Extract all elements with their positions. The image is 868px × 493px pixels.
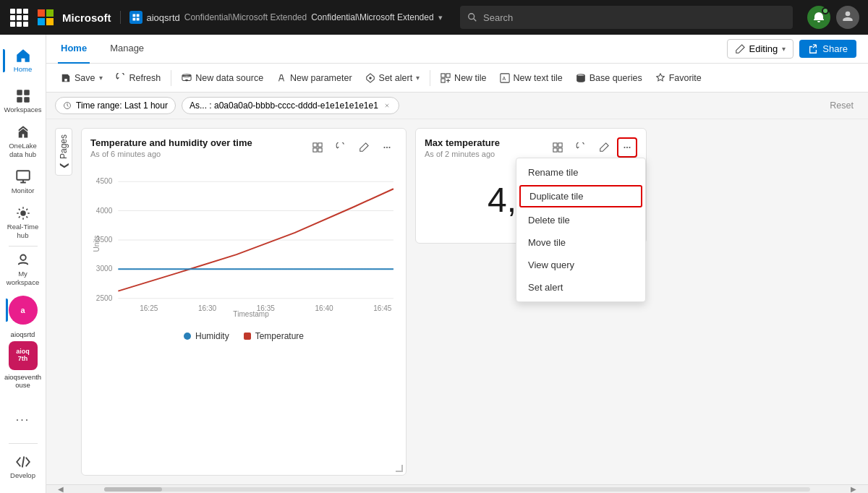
save-chevron-icon: ▾ xyxy=(99,74,103,82)
grid-menu-button[interactable] xyxy=(9,7,29,27)
svg-point-12 xyxy=(20,255,26,261)
refresh-icon xyxy=(116,73,126,83)
editing-label: Editing xyxy=(749,43,778,54)
share-button[interactable]: Share xyxy=(799,40,856,58)
menu-delete-tile[interactable]: Delete tile xyxy=(516,209,645,231)
svg-rect-7 xyxy=(24,90,30,95)
tile-number-refresh-btn[interactable] xyxy=(571,137,591,158)
context-menu: Rename tile Duplicate tile Delete tile M… xyxy=(516,158,646,302)
reset-button[interactable]: Reset xyxy=(820,98,859,113)
main-area: Home Manage Editing ▾ Share Save ▾ Refre… xyxy=(46,35,868,493)
new-data-source-button[interactable]: New data source xyxy=(176,70,269,86)
sidebar-item-user1[interactable]: a xyxy=(9,296,38,325)
sidebar-item-develop[interactable]: Develop xyxy=(3,447,43,487)
new-tile-button[interactable]: New tile xyxy=(435,70,492,86)
sidebar-label-onelake: OneLake data hub xyxy=(9,142,37,158)
time-range-filter[interactable]: Time range: Last 1 hour xyxy=(55,97,176,114)
sidebar-item-myworkspace[interactable]: My workspace xyxy=(3,249,43,290)
humidity-label: Humidity xyxy=(195,331,229,341)
menu-view-query[interactable]: View query xyxy=(516,254,645,276)
search-bar[interactable] xyxy=(460,6,793,29)
tile-number-edit-btn[interactable] xyxy=(594,137,614,158)
base-queries-button[interactable]: Base queries xyxy=(570,70,648,86)
tile-chart-edit-btn[interactable] xyxy=(354,137,374,158)
search-input[interactable] xyxy=(483,12,786,23)
chevron-down-icon: ▾ xyxy=(438,13,443,22)
active-indicator-user1 xyxy=(6,299,8,322)
sidebar-item-home[interactable]: Home xyxy=(3,40,43,81)
workspace-tag[interactable]: aioqsrtd Confidential\Microsoft Extended… xyxy=(120,11,443,24)
menu-rename-tile[interactable]: Rename tile xyxy=(516,161,645,184)
user-avatar[interactable] xyxy=(836,6,859,29)
svg-text:Timestamp: Timestamp xyxy=(233,310,269,318)
refresh-label: Refresh xyxy=(129,73,161,83)
tile-chart-actions xyxy=(307,137,397,158)
editing-button[interactable]: Editing ▾ xyxy=(727,39,794,59)
scrollbar-thumb[interactable] xyxy=(104,487,162,492)
menu-move-tile[interactable]: Move tile xyxy=(516,231,645,254)
tile-number-more-btn[interactable] xyxy=(617,137,637,158)
sidebar-item-more[interactable]: ··· xyxy=(3,400,43,440)
svg-point-11 xyxy=(20,210,26,216)
scroll-left-arrow[interactable]: ◀ xyxy=(46,485,75,493)
svg-text:3000: 3000 xyxy=(96,265,113,273)
tile-chart: Temperature and humidity over time As of… xyxy=(81,128,407,476)
svg-text:Units: Units xyxy=(93,236,101,252)
svg-rect-1 xyxy=(136,14,139,17)
notification-button[interactable] xyxy=(807,6,830,29)
tile-chart-more-btn[interactable] xyxy=(377,137,397,158)
tile-number-subtitle: As of 2 minutes ago xyxy=(425,150,500,158)
new-parameter-icon xyxy=(276,73,286,83)
tab-home[interactable]: Home xyxy=(58,35,90,64)
svg-text:16:25: 16:25 xyxy=(140,304,158,312)
tile-chart-title-area: Temperature and humidity over time As of… xyxy=(90,137,252,158)
search-icon xyxy=(467,12,477,22)
sidebar-user2-label-text: aioqseventhouse xyxy=(1,373,44,390)
sidebar-item-realtimehub[interactable]: Real-Time hub xyxy=(3,202,43,243)
set-alert-button[interactable]: Set alert ▾ xyxy=(359,70,426,86)
menu-set-alert[interactable]: Set alert xyxy=(516,276,645,299)
tile-number-grid-btn[interactable] xyxy=(548,137,568,158)
notification-dot xyxy=(822,7,829,14)
refresh-button[interactable]: Refresh xyxy=(110,70,167,86)
bottom-scrollbar: ◀ ▶ xyxy=(46,484,868,493)
sidebar-item-onelake[interactable]: OneLake data hub xyxy=(3,121,43,162)
tab-manage[interactable]: Manage xyxy=(107,35,147,64)
tile-resize-handle[interactable] xyxy=(396,465,403,472)
svg-rect-17 xyxy=(446,73,450,77)
tab-bar: Home Manage Editing ▾ Share xyxy=(46,35,868,64)
new-tile-label: New tile xyxy=(454,73,486,83)
sidebar-divider-2 xyxy=(9,443,38,444)
svg-point-53 xyxy=(629,147,630,148)
sidebar-item-workspaces[interactable]: Workspaces xyxy=(3,81,43,121)
sidebar-item-user2[interactable]: aioq 7th xyxy=(9,341,38,370)
tile-chart-more-icon xyxy=(382,142,392,153)
svg-rect-8 xyxy=(17,97,22,103)
pages-tab[interactable]: ❮ Pages xyxy=(55,128,72,176)
tile-chart-title: Temperature and humidity over time xyxy=(90,137,252,148)
sidebar: Home Workspaces OneLake data hub Monitor… xyxy=(0,35,46,493)
scrollbar-track[interactable] xyxy=(104,487,810,492)
sidebar-divider xyxy=(9,246,38,246)
time-range-label: Time range: Last 1 hour xyxy=(76,100,168,111)
scroll-right-arrow[interactable]: ▶ xyxy=(839,485,868,493)
new-text-tile-button[interactable]: A New text tile xyxy=(494,70,569,86)
svg-rect-9 xyxy=(24,97,30,103)
set-alert-label: Set alert xyxy=(379,73,413,83)
favorite-button[interactable]: Favorite xyxy=(650,70,707,86)
sidebar-item-monitor[interactable]: Monitor xyxy=(3,162,43,202)
tile-chart-grid-btn[interactable] xyxy=(307,137,328,158)
grid-icon xyxy=(10,9,28,27)
workspace-icon xyxy=(129,11,142,24)
save-button[interactable]: Save ▾ xyxy=(55,70,109,86)
svg-point-28 xyxy=(386,147,388,148)
new-parameter-button[interactable]: New parameter xyxy=(271,70,357,86)
tile-chart-subtitle: As of 6 minutes ago xyxy=(90,150,252,158)
tiles-container: Temperature and humidity over time As of… xyxy=(81,128,859,476)
svg-rect-23 xyxy=(313,143,317,147)
menu-duplicate-tile[interactable]: Duplicate tile xyxy=(519,185,642,207)
tile-chart-refresh-btn[interactable] xyxy=(331,137,351,158)
as-filter[interactable]: As... : a0a0a0a0-bbbb-cccc-dddd-e1e1e1e1… xyxy=(182,97,399,114)
svg-text:A: A xyxy=(502,75,506,80)
svg-text:16:30: 16:30 xyxy=(198,304,217,312)
